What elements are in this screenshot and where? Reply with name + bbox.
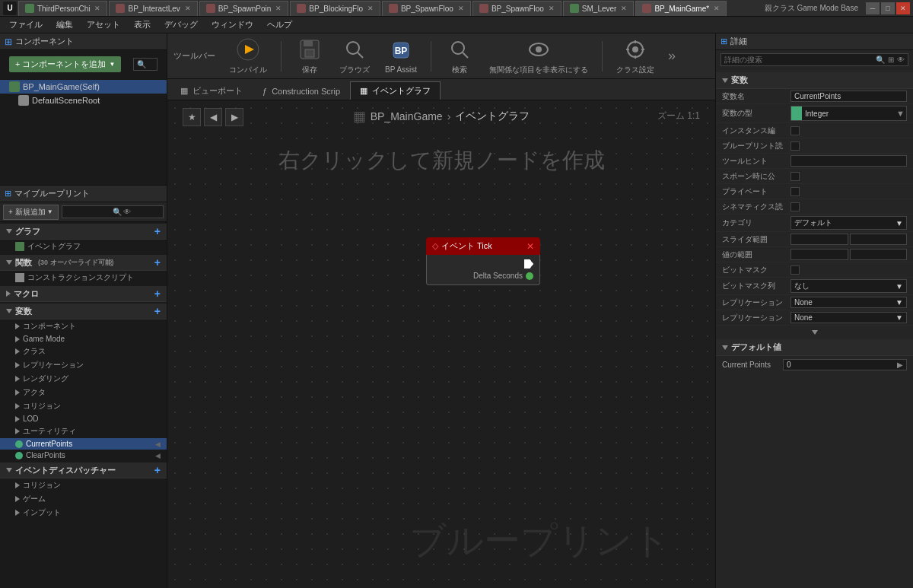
details-sliderrange-max[interactable] (850, 234, 908, 245)
mb-item-utility[interactable]: ユーティリティ (0, 424, 167, 438)
tab-bpspawnfloor1-close[interactable]: ✕ (458, 5, 464, 12)
tab-smlever-close[interactable]: ✕ (621, 5, 627, 12)
tab-bpinteract-close[interactable]: ✕ (185, 5, 191, 12)
tab-viewport[interactable]: ▦ ビューポート (170, 81, 253, 100)
details-bitmask-checkbox[interactable] (791, 265, 800, 275)
mb-item-actor[interactable]: アクタ (0, 386, 167, 399)
compile-button[interactable]: コンパイル (224, 34, 272, 78)
mb-eventdispatchers-add[interactable]: + (154, 464, 161, 476)
event-node[interactable]: ◇ イベント Tick ✕ Delta Seconds (426, 237, 540, 285)
tab-thirdperson[interactable]: ThirdPersonChi ✕ (18, 1, 107, 16)
menu-view[interactable]: 表示 (128, 17, 157, 32)
tab-bpmaingame-close[interactable]: ✕ (714, 5, 720, 12)
tab-bpspawnfloor2[interactable]: BP_SpawnFloo ✕ (472, 1, 561, 16)
tree-item-defaultsceneroot[interactable]: DefaultSceneRoot (0, 94, 167, 107)
menu-help[interactable]: ヘルプ (261, 17, 298, 32)
mb-macros-add[interactable]: + (154, 288, 161, 300)
menu-file[interactable]: ファイル (3, 17, 49, 32)
tab-construction-script[interactable]: ƒ Construction Scrip (253, 81, 350, 100)
tree-item-bpmaingame[interactable]: BP_MainGame(Self) (0, 80, 167, 94)
tab-bpinteract[interactable]: BP_InteractLev ✕ (109, 1, 197, 16)
mb-item-eventgraph[interactable]: イベントグラフ (0, 240, 167, 253)
details-collapse-arrow[interactable] (812, 330, 818, 335)
menu-edit[interactable]: 編集 (50, 17, 79, 32)
details-vartype-selector[interactable]: Integer ▼ (791, 106, 907, 121)
default-currentpoints-input[interactable]: 0 ▶ (783, 359, 907, 370)
tab-thirdperson-close[interactable]: ✕ (94, 5, 100, 12)
mb-item-rendering[interactable]: レンダリング (0, 372, 167, 386)
mb-item-collision[interactable]: コリジョン (0, 399, 167, 413)
mb-search-input[interactable] (65, 208, 111, 216)
canvas-back-button[interactable]: ◀ (204, 108, 222, 126)
details-valuerange-min[interactable] (791, 249, 848, 260)
mb-item-component[interactable]: コンポーネント (0, 319, 167, 333)
mb-item-currentpoints[interactable]: CurrentPoints ◀ (0, 438, 167, 450)
mb-item-game[interactable]: ゲーム (0, 492, 167, 506)
search-button[interactable]: 検索 (441, 34, 479, 78)
bpassist-button[interactable]: BP BP Assist (380, 35, 422, 77)
toolbar-more-button[interactable]: » (665, 45, 679, 67)
details-exposespawn-checkbox[interactable] (791, 172, 800, 181)
mb-functions-add[interactable]: + (154, 256, 161, 269)
delta-seconds-pin[interactable] (526, 272, 533, 280)
class-settings-button[interactable]: クラス設定 (612, 34, 659, 78)
tab-bpspawnpoint[interactable]: BP_SpawnPoin ✕ (199, 1, 289, 16)
event-node-close-icon[interactable]: ✕ (526, 241, 534, 252)
mb-add-button[interactable]: + 新規追加 ▼ (3, 205, 59, 220)
breadcrumb-root[interactable]: BP_MainGame (371, 110, 443, 122)
details-tooltip-input[interactable] (791, 155, 907, 167)
details-bitmask-enum-dropdown[interactable]: なし ▼ (791, 279, 907, 293)
details-valuerange-max[interactable] (850, 249, 908, 260)
menu-window[interactable]: ウィンドウ (205, 17, 259, 32)
add-component-button[interactable]: + コンポーネントを追加 ▼ (9, 56, 121, 72)
mb-item-lod[interactable]: LOD (0, 413, 167, 424)
tab-bpspawnpoint-close[interactable]: ✕ (275, 5, 282, 12)
details-varname-input[interactable] (791, 91, 907, 102)
tab-bpblocking[interactable]: BP_BlockingFlo ✕ (290, 1, 380, 16)
mb-item-input[interactable]: インプット (0, 506, 167, 520)
mb-graphs-add[interactable]: + (154, 225, 161, 237)
details-section-variables-header[interactable]: 変数 (716, 72, 913, 89)
menu-asset[interactable]: アセット (81, 17, 126, 32)
tab-bpblocking-close[interactable]: ✕ (367, 5, 374, 12)
mb-item-gamemode[interactable]: Game Mode (0, 333, 167, 345)
close-button[interactable]: ✕ (896, 2, 910, 14)
mb-variables-add[interactable]: + (154, 305, 161, 317)
maximize-button[interactable]: □ (881, 2, 895, 14)
exec-pin-out[interactable] (524, 259, 533, 269)
mb-section-macros-header[interactable]: マクロ + (0, 286, 167, 302)
tab-event-graph[interactable]: ▦ イベントグラフ (350, 81, 441, 100)
tab-bpspawnfloor2-close[interactable]: ✕ (549, 5, 555, 12)
details-sliderrange-min[interactable] (791, 234, 848, 245)
details-private-checkbox[interactable] (791, 187, 800, 196)
blueprint-canvas[interactable]: ★ ◀ ▶ ▦ BP_MainGame › イベントグラフ ズーム 1:1 右ク… (167, 100, 715, 588)
details-replication1-dropdown[interactable]: None ▼ (791, 297, 907, 308)
mb-section-graphs-header[interactable]: グラフ + (0, 224, 167, 240)
details-search-input[interactable] (724, 56, 873, 64)
mb-item-collision2[interactable]: コリジョン (0, 478, 167, 492)
mb-item-replication[interactable]: レプリケーション (0, 358, 167, 372)
browse-button[interactable]: ブラウズ (335, 34, 374, 78)
mb-item-clearpoints[interactable]: ClearPoints ◀ (0, 450, 167, 461)
tab-bpspawnfloor1[interactable]: BP_SpawnFloo ✕ (382, 1, 471, 16)
mb-section-variables-header[interactable]: 変数 + (0, 304, 167, 319)
canvas-forward-button[interactable]: ▶ (225, 108, 243, 126)
details-bpreadonly-checkbox[interactable] (791, 141, 800, 151)
minimize-button[interactable]: ─ (866, 2, 880, 14)
save-button[interactable]: 保存 (291, 34, 329, 78)
mb-item-class[interactable]: クラス (0, 345, 167, 358)
menu-debug[interactable]: デバッグ (158, 17, 204, 32)
details-exposecinema-checkbox[interactable] (791, 202, 800, 211)
details-section-defaults-header[interactable]: デフォルト値 (716, 339, 913, 356)
details-replication2-dropdown[interactable]: None ▼ (791, 312, 907, 323)
mb-section-functions-header[interactable]: 関数 (30 オーバーライド可能) + (0, 255, 167, 271)
hide-unrelated-button[interactable]: 無関係な項目を非表示にする (485, 34, 593, 78)
canvas-bookmark-button[interactable]: ★ (183, 108, 201, 126)
mb-section-eventdispatchers-header[interactable]: イベントディスパッチャー + (0, 462, 167, 478)
tab-bpmaingame[interactable]: BP_MainGame* ✕ (635, 1, 727, 16)
mb-item-constructionscript[interactable]: コンストラクションスクリプト (0, 271, 167, 284)
component-search-input[interactable] (149, 60, 154, 68)
details-instance-checkbox[interactable] (791, 126, 800, 135)
tab-smlever[interactable]: SM_Lever ✕ (563, 1, 635, 16)
details-category-dropdown[interactable]: デフォルト ▼ (791, 216, 907, 230)
